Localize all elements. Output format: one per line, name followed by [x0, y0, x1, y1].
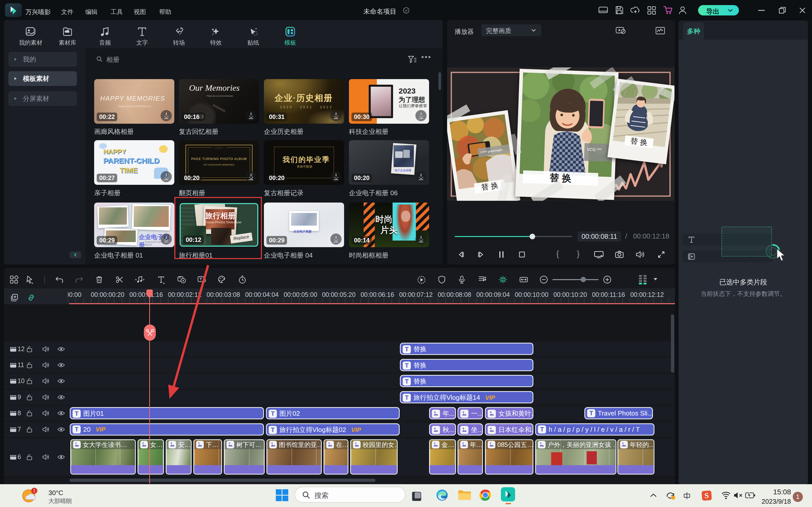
- svg-text:1: 1: [33, 489, 36, 493]
- svg-text:VCG ***: VCG ***: [587, 147, 602, 152]
